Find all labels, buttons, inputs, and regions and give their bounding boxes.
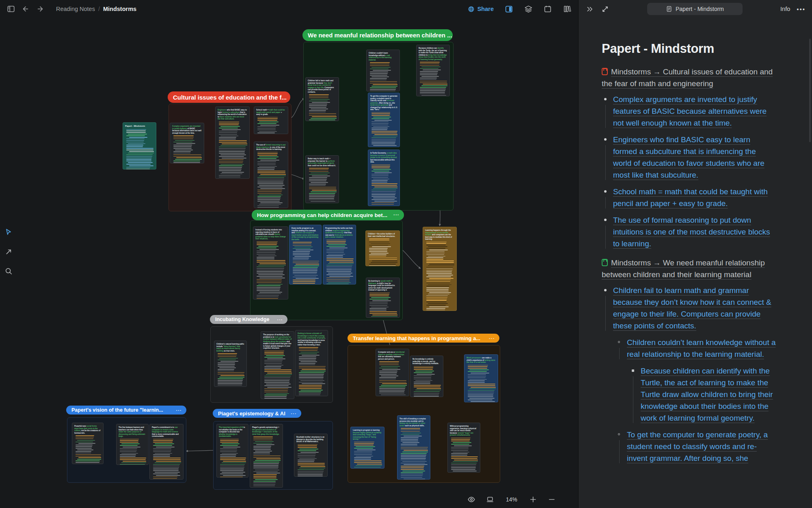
cluster-title: Transfer learning that happens in progra…: [353, 335, 480, 341]
card-in-cultural-issues[interactable]: The use of formal reasoning to put down …: [254, 141, 288, 208]
bullet-link-text[interactable]: Children fail to learn math and grammar …: [613, 286, 771, 330]
sidebar-toggle-icon[interactable]: [6, 4, 15, 13]
cluster-header-how-programming-helps[interactable]: How programming can help children acquir…: [252, 210, 404, 220]
share-button[interactable]: Share: [468, 6, 494, 13]
card-in-how-programming-helps[interactable]: Instead of forcing students into rejecti…: [253, 226, 288, 300]
card-in-how-programming-helps[interactable]: Programming the turtle can help children…: [323, 225, 356, 284]
card-in-incubating-knowledge[interactable]: Getting to know a domain of knowledge is…: [295, 330, 328, 396]
calendar-icon[interactable]: [543, 4, 552, 13]
card-in-cultural-issues[interactable]: Complex arguments are invented to justif…: [170, 123, 204, 163]
back-arrow-icon[interactable]: [21, 4, 30, 13]
card-in-paperts-vision[interactable]: Powerful new social forms must have thei…: [72, 423, 104, 464]
card-in-we-need-relationship[interactable]: In Turtle Geometry, a math idea become a…: [368, 150, 400, 206]
card-library-icon[interactable]: [563, 4, 572, 13]
expand-panel-icon[interactable]: [600, 4, 609, 13]
whiteboard-canvas[interactable]: We need meanful relationship between chi…: [0, 0, 578, 508]
card-in-cultural-issues[interactable]: School math = math that could be taught …: [254, 106, 288, 134]
section-link-text: Mindstorms → Cultural issues of educatio…: [602, 67, 773, 88]
cluster-menu-icon[interactable]: •••: [277, 318, 283, 321]
card-body-text: [419, 62, 447, 96]
panel-tab-papert-mindstorm[interactable]: Papert - Mindstorm: [647, 3, 743, 15]
cluster-menu-icon[interactable]: •••: [176, 408, 182, 412]
learning-happens-card[interactable]: Learning happens through the improvement…: [423, 227, 457, 311]
card-body-text: [353, 442, 382, 469]
card-in-how-programming-helps[interactable]: Every turtle program is an intuitive ana…: [289, 225, 322, 284]
layers-icon[interactable]: [524, 4, 533, 13]
cluster-menu-icon[interactable]: •••: [291, 412, 297, 415]
card-in-transfer-learning[interactable]: The skill of breaking a complex process …: [397, 415, 430, 480]
card-title: Every turtle program is an intuitive ana…: [292, 227, 319, 241]
note-bullet-item[interactable]: The use of formal reasoning to put down …: [602, 214, 776, 250]
note-bullet-item[interactable]: To get the computer to generate poetry, …: [602, 429, 776, 464]
card-in-transfer-learning[interactable]: Without programming experience, learning…: [447, 423, 480, 473]
arrow-connector-tool-icon[interactable]: [4, 247, 13, 256]
section-card-link[interactable]: Mindstorms → Cultural issues of educatio…: [602, 66, 776, 89]
note-bullet-item[interactable]: Because children can identify with the T…: [602, 365, 776, 424]
indent-guide: [633, 376, 633, 423]
right-panel-toggle-icon[interactable]: [504, 4, 513, 13]
select-cursor-tool-icon[interactable]: [4, 228, 13, 237]
card-in-incubating-knowledge[interactable]: Children's natural learning paths includ…: [214, 341, 247, 387]
cluster-menu-icon[interactable]: •••: [393, 213, 400, 217]
search-icon[interactable]: [4, 267, 13, 276]
note-bullet-item[interactable]: School math = math that could be taught …: [602, 186, 776, 209]
card-in-piagets-epistemology[interactable]: Bourbaki mother structures is an attempt…: [294, 434, 328, 477]
cluster-header-cultural-issues[interactable]: Cultural issues of education and the f..…: [168, 91, 290, 103]
presentation-icon[interactable]: [486, 495, 495, 504]
papert-mindstorm-card[interactable]: Papert - Mindstorm: [123, 122, 156, 169]
forward-arrow-icon[interactable]: [36, 4, 45, 13]
card-in-transfer-learning[interactable]: Word processors can make a child's exper…: [464, 354, 498, 402]
card-in-paperts-vision[interactable]: The line between learners and teachers c…: [116, 424, 149, 465]
note-bullet-item[interactable]: Engineers who find BASIC easy to learn f…: [602, 134, 776, 181]
cluster-header-incubating-knowledge[interactable]: Incubating Knowledge•••: [210, 315, 287, 324]
panel-scrollbar[interactable]: [809, 39, 811, 142]
info-button[interactable]: Info: [780, 6, 790, 12]
note-bullet-item[interactable]: Complex arguments are invented to justif…: [602, 93, 776, 129]
bullet-link-text[interactable]: School math = math that could be taught …: [613, 187, 768, 208]
cluster-header-we-need-relationship[interactable]: We need meanful relationship between chi…: [302, 29, 453, 41]
bullet-link-text[interactable]: Because children can identify with the T…: [641, 367, 773, 422]
card-in-we-need-relationship[interactable]: Children fail to learn math and grammar …: [305, 77, 339, 121]
card-in-transfer-learning[interactable]: No knowledge is entirely reducible to wo…: [410, 356, 443, 397]
card-in-piagets-epistemology[interactable]: Piaget's genetic epistemology = the gene…: [250, 424, 283, 488]
indent-guide: [605, 226, 606, 249]
bullet-link-text[interactable]: Engineers who find BASIC easy to learn f…: [613, 135, 764, 179]
card-title: Papert - Mindstorm: [125, 125, 154, 128]
bullet-link-text[interactable]: Complex arguments are invented to justif…: [613, 95, 767, 127]
card-in-transfer-learning[interactable]: Learning to program is learning become h…: [350, 427, 384, 469]
zoom-level-value[interactable]: 14%: [504, 496, 519, 503]
card-title: Learning happens through the improvement…: [425, 229, 454, 241]
note-bullet-item[interactable]: Children fail to learn math and grammar …: [602, 284, 776, 332]
section-card-link[interactable]: Mindstorms → We need meanful relationshi…: [602, 257, 776, 280]
card-in-transfer-learning[interactable]: Computer acts as a transitional object t…: [376, 349, 409, 396]
cluster-menu-icon[interactable]: •••: [489, 336, 495, 340]
zoom-in-icon[interactable]: [529, 495, 538, 504]
card-in-paperts-vision[interactable]: Papert's commitment is to use computer t…: [149, 424, 184, 480]
cluster-header-piagets-epistemology[interactable]: Piaget's epistemology & AI•••: [213, 409, 301, 418]
card-in-cultural-issues[interactable]: Engineers who find BASIC easy to learn f…: [215, 106, 250, 179]
card-in-we-need-relationship[interactable]: To get the computer to generate poetry, …: [368, 93, 400, 147]
card-in-incubating-knowledge[interactable]: The purpose of working on the problem is…: [261, 331, 294, 399]
card-body-text: [216, 353, 244, 387]
card-in-piagets-epistemology[interactable]: The important question of AI is not whet…: [216, 424, 248, 478]
bullet-link-text[interactable]: The use of formal reasoning to put down …: [613, 216, 770, 248]
eye-icon[interactable]: [467, 495, 476, 504]
cluster-header-transfer-learning[interactable]: Transfer learning that happens in progra…: [348, 334, 499, 343]
bullet-link-text[interactable]: To get the computer to generate poetry, …: [627, 430, 768, 462]
bullet-link-text[interactable]: Children couldn’t learn knowledge withou…: [627, 338, 776, 358]
card-in-how-programming-helps[interactable]: By learning to speak math in Mathland, a…: [366, 278, 400, 318]
card-in-we-need-relationship[interactable]: Children couldn't learn knowledge withou…: [366, 50, 400, 91]
card-in-we-need-relationship[interactable]: Better way to teach math = empower the l…: [305, 155, 339, 203]
card-in-how-programming-helps[interactable]: Children = the active builders of their …: [365, 230, 400, 266]
card-title: Children = the active builders of their …: [368, 233, 397, 237]
collapse-panel-icon[interactable]: [585, 4, 594, 13]
panel-more-menu-icon[interactable]: •••: [797, 6, 806, 13]
card-title: Instead of forcing students into rejecti…: [255, 229, 286, 240]
zoom-out-icon[interactable]: [547, 495, 556, 504]
cluster-header-paperts-vision[interactable]: Papert's vision of the future "learnin..…: [66, 406, 186, 415]
card-in-we-need-relationship[interactable]: Because children can identify with the T…: [416, 45, 450, 96]
breadcrumb-mindstorms[interactable]: Mindstorms: [103, 6, 136, 12]
note-bullet-item[interactable]: Children couldn’t learn knowledge withou…: [602, 336, 776, 360]
breadcrumb-reading-notes[interactable]: Reading Notes: [56, 6, 95, 12]
panel-header: Papert - Mindstorm Info •••: [579, 0, 812, 18]
